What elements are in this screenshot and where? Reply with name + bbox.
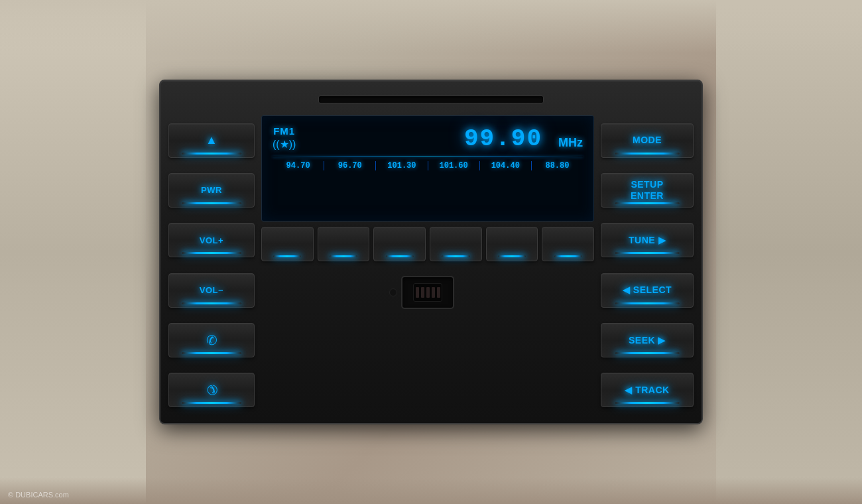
phone-call-button[interactable]: ✆: [168, 323, 255, 357]
vol-plus-button[interactable]: VOL+: [168, 223, 255, 257]
vol-minus-label: VOL−: [200, 285, 223, 295]
select-label: ◀ SELECT: [623, 284, 672, 296]
preset-freq-3: 101.30: [376, 161, 428, 170]
preset-freq-4: 101.60: [428, 161, 480, 170]
preset-button-2[interactable]: [318, 227, 370, 261]
preset-frequencies: 94.70 96.70 101.30 101.60 104.40 88.80: [273, 161, 583, 170]
watermark: © DUBICARS.com: [8, 491, 69, 499]
setup-enter-label: SETUP ENTER: [631, 179, 664, 202]
usb-port[interactable]: [401, 276, 454, 309]
usb-pin-3: [426, 287, 430, 298]
phone-call-icon: ✆: [206, 332, 217, 348]
band-label: FM1: [273, 125, 295, 137]
eject-button[interactable]: ▲: [168, 123, 255, 158]
aux-input[interactable]: [389, 288, 397, 296]
vol-plus-label: VOL+: [200, 235, 223, 245]
usb-pin-2: [421, 287, 424, 298]
preset-freq-2: 96.70: [324, 161, 376, 170]
usb-connector: [413, 283, 442, 302]
tune-button[interactable]: TUNE ▶: [601, 223, 694, 257]
select-button[interactable]: ◀ SELECT: [601, 273, 694, 308]
mhz-label: MHz: [558, 136, 583, 150]
car-bg-top: [0, 0, 862, 53]
preset-freq-1: 94.70: [273, 161, 324, 170]
mode-label: MODE: [633, 135, 662, 146]
seek-label: SEEK ▶: [629, 335, 666, 346]
display-screen: FM1 ((★)) 99.90 MHz 94.70 96.70 101.30 1…: [261, 115, 594, 221]
pwr-label: PWR: [201, 185, 222, 195]
right-buttons: MODE SETUP ENTER TUNE ▶ ◀ SELECT SEEK ▶ …: [601, 115, 694, 415]
display-top-row: FM1 ((★)) 99.90 MHz: [273, 125, 583, 153]
antenna-icon: ((★)): [273, 138, 296, 151]
preset-button-4[interactable]: [430, 227, 482, 261]
frequency-display: 99.90: [464, 125, 542, 153]
usb-area: [261, 269, 594, 316]
usb-pin-5: [437, 287, 440, 298]
car-bg-right: [716, 0, 862, 504]
vol-minus-button[interactable]: VOL−: [168, 273, 255, 308]
cd-slot[interactable]: [318, 95, 544, 103]
main-area: ▲ PWR VOL+ VOL− ✆ ✆: [168, 115, 694, 415]
phone-end-button[interactable]: ✆: [168, 373, 255, 407]
preset-freq-5: 104.40: [480, 161, 532, 170]
tune-label: TUNE ▶: [629, 235, 666, 246]
left-buttons: ▲ PWR VOL+ VOL− ✆ ✆: [168, 115, 255, 415]
car-bg-left: [0, 0, 146, 504]
eject-icon: ▲: [206, 133, 217, 147]
preset-button-6[interactable]: [542, 227, 594, 261]
usb-pin-4: [432, 287, 435, 298]
fm-label-area: FM1 ((★)): [273, 125, 296, 151]
head-unit: ▲ PWR VOL+ VOL− ✆ ✆: [159, 80, 703, 424]
preset-button-5[interactable]: [486, 227, 538, 261]
cd-slot-area: [168, 89, 694, 110]
mode-button[interactable]: MODE: [601, 123, 694, 158]
phone-end-icon: ✆: [202, 381, 221, 400]
car-bg-bottom: [0, 477, 862, 504]
display-divider: [273, 157, 583, 157]
seek-button[interactable]: SEEK ▶: [601, 323, 694, 357]
setup-enter-button[interactable]: SETUP ENTER: [601, 173, 694, 208]
track-label: ◀ TRACK: [625, 385, 669, 396]
preset-button-1[interactable]: [261, 227, 314, 261]
preset-freq-6: 88.80: [532, 161, 583, 170]
watermark-text: © DUBICARS.com: [8, 491, 69, 499]
car-panel: ▲ PWR VOL+ VOL− ✆ ✆: [0, 0, 862, 504]
usb-pin-1: [416, 287, 419, 298]
pwr-button[interactable]: PWR: [168, 173, 255, 208]
preset-button-3[interactable]: [373, 227, 426, 261]
track-button[interactable]: ◀ TRACK: [601, 373, 694, 407]
preset-buttons-row: [261, 227, 594, 261]
center-area: FM1 ((★)) 99.90 MHz 94.70 96.70 101.30 1…: [261, 115, 594, 415]
